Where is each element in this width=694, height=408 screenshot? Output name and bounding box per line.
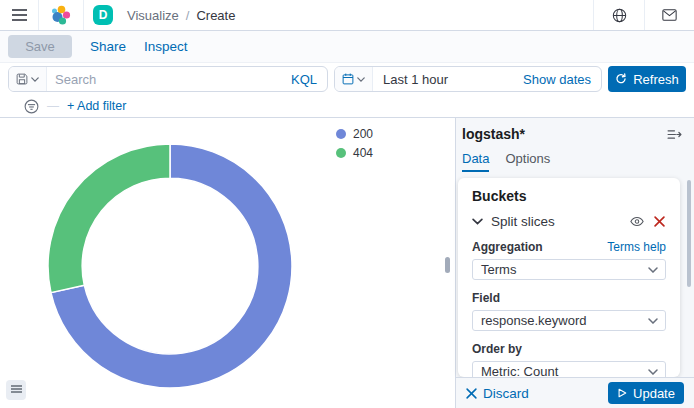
save-button: Save [8, 35, 72, 58]
order-by-group: Order by Metric: Count [472, 342, 666, 377]
news-feed-button[interactable] [601, 4, 637, 27]
terms-help-link[interactable]: Terms help [607, 240, 666, 254]
chevron-down-icon [357, 77, 365, 82]
aggregation-label: Aggregation [472, 240, 543, 254]
legend-item-200[interactable]: 200 [336, 127, 373, 141]
globe-icon [612, 8, 627, 23]
chevron-down-icon [648, 318, 658, 324]
header-divider [83, 0, 84, 30]
order-by-select[interactable]: Metric: Count [472, 361, 666, 377]
calendar-icon [342, 73, 354, 85]
breadcrumb-create: Create [196, 8, 235, 23]
filter-options-button[interactable] [24, 99, 39, 114]
refresh-label: Refresh [633, 72, 679, 87]
space-selector-button[interactable]: D [91, 3, 115, 27]
search-input[interactable] [47, 72, 281, 87]
save-query-icon [16, 73, 28, 85]
field-select[interactable]: response.keyword [472, 310, 666, 331]
legend-label-200: 200 [353, 127, 373, 141]
breadcrumb-visualize[interactable]: Visualize [127, 8, 179, 23]
breadcrumb: Visualize / Create [127, 8, 235, 23]
editor-footer: Discard Update [456, 377, 694, 408]
editor-title-row: logstash* [462, 126, 684, 142]
toggle-bucket-visibility-button[interactable] [629, 215, 645, 228]
search-control: KQL [8, 66, 328, 92]
discard-label: Discard [483, 386, 529, 401]
breadcrumb-separator: / [186, 8, 190, 23]
elastic-logo-icon [50, 4, 72, 26]
play-icon [617, 388, 627, 398]
panel-scrollbar[interactable] [687, 180, 691, 287]
order-by-value: Metric: Count [481, 364, 558, 377]
field-label: Field [472, 291, 500, 305]
add-filter-link[interactable]: + Add filter [67, 99, 126, 113]
refresh-button[interactable]: Refresh [608, 66, 686, 92]
pie-slice-404[interactable] [48, 144, 170, 293]
chevron-down-icon [472, 218, 483, 225]
aggregation-select[interactable]: Terms [472, 259, 666, 280]
mail-button[interactable] [652, 5, 686, 25]
filter-bar-dash: — [47, 99, 59, 113]
space-badge: D [93, 5, 113, 25]
editor-tabs: Data Options [462, 151, 694, 172]
legend-dot-200 [336, 129, 346, 139]
quick-select-time-button[interactable] [335, 67, 373, 91]
eye-icon [630, 216, 644, 227]
field-value: response.keyword [481, 313, 587, 328]
aggregation-value: Terms [481, 262, 516, 277]
date-picker-control: Last 1 hour Show dates [334, 66, 602, 92]
visualization-editor-panel: logstash* Data Options Buckets Split sli… [455, 118, 694, 408]
donut-chart [44, 140, 296, 392]
main-content: 200 404 logstash* Data Options Buckets [0, 118, 694, 408]
remove-bucket-button[interactable] [653, 215, 666, 228]
split-slices-label: Split slices [491, 214, 621, 229]
split-slices-row[interactable]: Split slices [472, 214, 666, 229]
query-bar: KQL Last 1 hour Show dates Refresh [0, 63, 694, 95]
chart-legend: 200 404 [336, 127, 373, 165]
refresh-icon [615, 73, 627, 85]
elastic-logo-button[interactable] [46, 0, 76, 30]
query-language-button[interactable]: KQL [281, 72, 327, 87]
legend-label-404: 404 [353, 146, 373, 160]
top-header: D Visualize / Create [0, 0, 694, 31]
tab-options[interactable]: Options [505, 151, 550, 172]
field-group: Field response.keyword [472, 291, 666, 331]
filter-bar: — + Add filter [0, 95, 694, 118]
header-divider [593, 0, 594, 30]
cross-icon [654, 216, 665, 227]
cross-icon [466, 388, 477, 399]
buckets-card: Buckets Split slices Aggregation Terms h… [458, 178, 680, 377]
menu-right-icon [667, 129, 682, 140]
update-label: Update [633, 386, 675, 401]
legend-toggle-button[interactable] [6, 380, 26, 400]
visualize-toolbar: Save Share Inspect [0, 31, 694, 63]
header-divider [38, 0, 39, 30]
visualization-area: 200 404 [0, 118, 455, 408]
header-actions [586, 0, 686, 30]
legend-dot-404 [336, 148, 346, 158]
collapse-panel-button[interactable] [665, 127, 684, 142]
discard-button[interactable]: Discard [466, 386, 529, 401]
hamburger-icon [12, 9, 27, 21]
header-divider [644, 0, 645, 30]
chevron-down-icon [648, 369, 658, 375]
inspect-button[interactable]: Inspect [144, 39, 188, 54]
list-icon [11, 385, 22, 395]
chevron-down-icon [648, 267, 658, 273]
panel-resize-handle[interactable] [445, 257, 450, 273]
update-button[interactable]: Update [608, 382, 684, 404]
time-range-button[interactable]: Last 1 hour [373, 72, 513, 87]
buckets-title: Buckets [472, 188, 666, 204]
order-by-label: Order by [472, 342, 522, 356]
legend-item-404[interactable]: 404 [336, 146, 373, 160]
index-pattern-title: logstash* [462, 126, 525, 142]
aggregation-group: Aggregation Terms help Terms [472, 240, 666, 280]
chevron-down-icon [31, 77, 39, 82]
share-button[interactable]: Share [90, 39, 126, 54]
filter-icon [24, 99, 39, 114]
hamburger-menu-button[interactable] [8, 5, 31, 25]
tab-data[interactable]: Data [462, 151, 489, 172]
mail-icon [662, 9, 677, 21]
saved-query-menu-button[interactable] [9, 67, 47, 91]
show-dates-button[interactable]: Show dates [513, 72, 601, 87]
